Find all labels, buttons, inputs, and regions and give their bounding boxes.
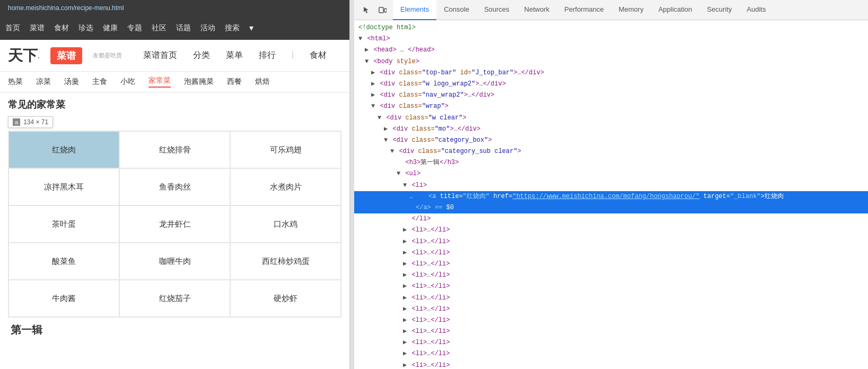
li-collapsed-10[interactable]: ▶ <li>…</li> [354,315,868,326]
logo-nav-menu[interactable]: 菜单 [226,50,243,61]
nav-item-ingredients[interactable]: 食材 [54,23,69,33]
food-nav-cold[interactable]: 凉菜 [36,77,51,87]
food-cell-3[interactable]: 凉拌黑木耳 [8,168,119,205]
div-logowrap-triangle[interactable]: ▶ [371,80,375,88]
div-mo-triangle[interactable]: ▶ [384,125,388,133]
nav-item-home[interactable]: 首页 [5,23,20,33]
food-cell-0[interactable]: 红烧肉 [8,131,119,168]
logo-badge[interactable]: 菜谱 [50,47,82,64]
div-navwrap2-line[interactable]: ▶ <div class="nav_wrap2">…</div> [354,90,868,101]
food-nav-hot[interactable]: 热菜 [8,77,23,87]
href-link[interactable]: "https://www.meishichina.com/mofang/hong… [512,193,699,200]
device-toolbar-icon[interactable] [374,2,390,18]
div-wrap-line[interactable]: ▼ <div class="wrap"> [354,101,868,112]
li-collapsed-14[interactable]: ▶ <li>…</li> [354,360,868,369]
tab-sources[interactable]: Sources [477,0,517,20]
food-nav-western[interactable]: 西餐 [227,77,242,87]
food-cell-10[interactable]: 咖喱牛肉 [119,243,230,280]
food-nav-staple[interactable]: 主食 [92,77,107,87]
li-collapsed-5[interactable]: ▶ <li>…</li> [354,259,868,270]
logo-nav-rank[interactable]: 排行 [259,50,276,61]
li-collapsed-13[interactable]: ▶ <li>…</li> [354,348,868,359]
food-cell-5[interactable]: 水煮肉片 [230,168,341,205]
tab-security[interactable]: Security [699,0,739,20]
div-navwrap-triangle[interactable]: ▶ [371,91,375,99]
li-collapsed-3[interactable]: ▶ <li>…</li> [354,236,868,247]
logo-nav[interactable]: 菜谱首页 分类 菜单 排行 | 食材 [143,50,327,61]
food-nav-pickled[interactable]: 泡酱腌菜 [184,77,214,87]
div-categorybox-line[interactable]: ▼ <div class="category_box"> [354,135,868,146]
more-icon[interactable]: ▾ [249,23,253,33]
div-catbox-triangle[interactable]: ▼ [384,136,388,144]
website-nav-bar[interactable]: 首页 菜谱 食材 珍选 健康 专题 社区 话题 活动 搜索 ▾ [0,16,349,40]
tab-audits[interactable]: Audits [739,0,773,20]
tab-network[interactable]: Network [517,0,557,20]
nav-item-activity[interactable]: 活动 [200,23,215,33]
nav-item-search[interactable]: 搜索 [225,23,240,33]
tab-application[interactable]: Application [651,0,700,20]
panel-divider[interactable] [350,0,354,369]
nav-item-recipes[interactable]: 菜谱 [30,23,45,33]
food-cell-8[interactable]: 口水鸡 [230,205,341,243]
inspect-element-icon[interactable] [358,2,374,18]
logo-nav-category[interactable]: 分类 [193,50,210,61]
food-cell-11[interactable]: 西红柿炒鸡蛋 [230,243,341,280]
tab-elements[interactable]: Elements [393,0,436,20]
li-collapsed-6[interactable]: ▶ <li>…</li> [354,270,868,281]
head-triangle[interactable]: ▶ [365,46,369,54]
food-cell-9[interactable]: 酸菜鱼 [8,243,119,280]
food-nav[interactable]: 热菜 凉菜 汤羹 主食 小吃 家常菜 泡酱腌菜 西餐 烘焙 [0,72,349,93]
nav-item-select[interactable]: 珍选 [78,23,93,33]
food-cell-7[interactable]: 龙井虾仁 [119,205,230,243]
html-triangle[interactable]: ▼ [358,35,362,42]
body-triangle[interactable]: ▼ [365,58,369,65]
logo-nav-ingredients[interactable]: 食材 [310,50,327,61]
ul-triangle[interactable]: ▼ [397,170,400,177]
div-wclear-triangle[interactable]: ▼ [378,114,381,122]
food-nav-soup[interactable]: 汤羹 [64,77,79,87]
div-wclear-line[interactable]: ▼ <div class="w clear"> [354,113,868,124]
food-cell-14[interactable]: 硬炒虾 [230,280,341,317]
food-nav-baking[interactable]: 烘焙 [255,77,270,87]
li-collapsed-11[interactable]: ▶ <li>…</li> [354,326,868,337]
li-collapsed-8[interactable]: ▶ <li>…</li> [354,293,868,304]
li-collapsed-2[interactable]: ▶ <li>…</li> [354,225,868,236]
li-close-line[interactable]: ▶ </li> [354,213,868,225]
food-nav-snack[interactable]: 小吃 [120,77,135,87]
nav-item-topic[interactable]: 专题 [127,23,142,33]
div-topbar-line[interactable]: ▶ <div class="top-bar" id="J_top_bar">…<… [354,67,868,79]
div-mo-line[interactable]: ▶ <div class="mo">…</div> [354,124,868,135]
nav-item-health[interactable]: 健康 [103,23,118,33]
food-cell-1[interactable]: 红烧排骨 [119,131,230,168]
div-topbar-triangle[interactable]: ▶ [371,69,375,76]
li-collapsed-4[interactable]: ▶ <li>…</li> [354,247,868,259]
li-collapsed-7[interactable]: ▶ <li>…</li> [354,281,868,292]
food-cell-4[interactable]: 鱼香肉丝 [119,168,230,205]
head-collapsed-line[interactable]: ▶ <head> … </head> [354,45,868,56]
h3-line[interactable]: ▶ <h3>第一辑</h3> [354,157,868,168]
tab-performance[interactable]: Performance [557,0,611,20]
div-wrap-triangle[interactable]: ▼ [371,102,375,110]
tab-memory[interactable]: Memory [611,0,651,20]
food-nav-homecooking[interactable]: 家常菜 [148,76,171,88]
ul-open-line[interactable]: ▼ <ul> [354,168,868,179]
a-close-eq-line[interactable]: </a> == $0 [354,202,868,213]
li-collapsed-12[interactable]: ▶ <li>…</li> [354,337,868,348]
li-open-line[interactable]: ▼ <li> [354,180,868,191]
food-cell-6[interactable]: 茶叶蛋 [8,205,119,243]
food-cell-2[interactable]: 可乐鸡翅 [230,131,341,168]
food-grid[interactable]: 红烧肉 红烧排骨 可乐鸡翅 凉拌黑木耳 鱼香肉丝 水煮肉片 茶叶蛋 龙井虾仁 口… [8,131,341,317]
html-open-line[interactable]: ▼ <html> [354,33,868,45]
nav-item-subject[interactable]: 话题 [176,23,191,33]
nav-item-community[interactable]: 社区 [152,23,166,33]
food-cell-12[interactable]: 牛肉酱 [8,280,119,317]
li-triangle[interactable]: ▼ [403,182,407,189]
li-collapsed-9[interactable]: ▶ <li>…</li> [354,304,868,315]
body-open-line[interactable]: ▼ <body style> [354,56,868,67]
a-hongshaorou-line[interactable]: … <a title="红烧肉" href="https://www.meish… [354,191,868,202]
logo-nav-home[interactable]: 菜谱首页 [143,50,177,61]
div-categorysub-line[interactable]: ▼ <div class="category_sub clear"> [354,146,868,157]
devtools-html-content[interactable]: <!doctype html> ▼ <html> ▶ <head> … </he… [354,20,868,369]
food-cell-13[interactable]: 红烧茄子 [119,280,230,317]
div-logowrap2-line[interactable]: ▶ <div class="w logo_wrap2">…</div> [354,79,868,90]
